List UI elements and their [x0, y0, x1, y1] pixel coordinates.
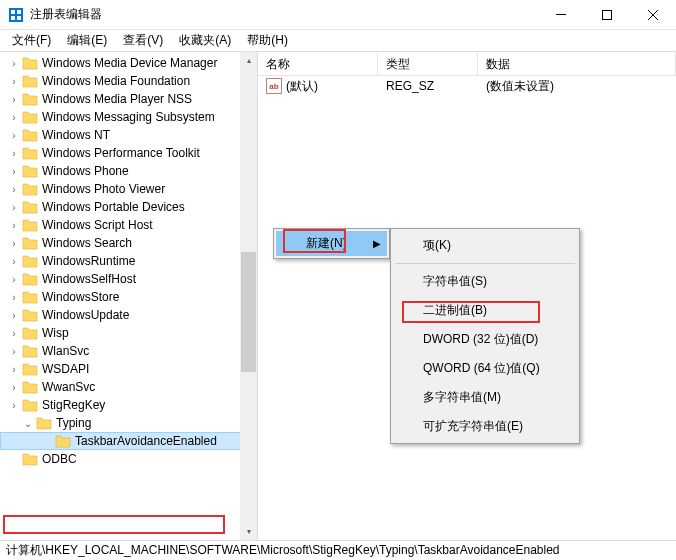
folder-icon — [22, 380, 38, 394]
folder-icon — [22, 362, 38, 376]
close-button[interactable] — [630, 0, 676, 30]
list-row[interactable]: ab (默认) REG_SZ (数值未设置) — [258, 76, 676, 96]
menu-favorites[interactable]: 收藏夹(A) — [171, 30, 239, 51]
menu-file[interactable]: 文件(F) — [4, 30, 59, 51]
tree-item[interactable]: ›WindowsStore — [0, 288, 257, 306]
tree-item[interactable]: ›WwanSvc — [0, 378, 257, 396]
folder-icon — [55, 434, 71, 448]
expand-icon[interactable]: › — [8, 184, 20, 195]
folder-icon — [22, 236, 38, 250]
expand-icon[interactable]: › — [8, 166, 20, 177]
tree-item[interactable]: ›Windows Photo Viewer — [0, 180, 257, 198]
tree-item-label: WindowsUpdate — [42, 308, 129, 322]
expand-icon[interactable]: › — [8, 58, 20, 69]
expand-icon[interactable]: › — [8, 148, 20, 159]
menu-edit[interactable]: 编辑(E) — [59, 30, 115, 51]
tree-item[interactable]: ›StigRegKey — [0, 396, 257, 414]
tree-item[interactable]: ›Windows Portable Devices — [0, 198, 257, 216]
submenu-dword[interactable]: DWORD (32 位)值(D) — [393, 325, 577, 354]
submenu-multi-string[interactable]: 多字符串值(M) — [393, 383, 577, 412]
expand-icon[interactable]: › — [8, 346, 20, 357]
list-header: 名称 类型 数据 — [258, 52, 676, 76]
folder-icon — [22, 56, 38, 70]
tree-item[interactable]: ›Windows NT — [0, 126, 257, 144]
col-type[interactable]: 类型 — [378, 52, 478, 75]
tree-item-label: Windows Media Player NSS — [42, 92, 192, 106]
tree-item[interactable]: ›Windows Search — [0, 234, 257, 252]
submenu-string[interactable]: 字符串值(S) — [393, 267, 577, 296]
submenu-binary[interactable]: 二进制值(B) — [393, 296, 577, 325]
expand-icon[interactable]: › — [8, 364, 20, 375]
expand-icon[interactable]: › — [8, 382, 20, 393]
expand-icon[interactable]: › — [8, 94, 20, 105]
content-area: ›Windows Media Device Manager›Windows Me… — [0, 52, 676, 540]
tree-scrollbar[interactable]: ▴ ▾ — [240, 52, 257, 540]
expand-icon[interactable]: › — [8, 274, 20, 285]
expand-icon[interactable]: › — [8, 112, 20, 123]
tree-item[interactable]: ›Windows Media Player NSS — [0, 90, 257, 108]
tree-item-label: Windows Media Foundation — [42, 74, 190, 88]
expand-icon[interactable]: › — [8, 76, 20, 87]
expand-icon[interactable]: › — [8, 256, 20, 267]
folder-icon — [22, 326, 38, 340]
folder-icon — [22, 218, 38, 232]
tree-item-label: Windows Portable Devices — [42, 200, 185, 214]
folder-icon — [22, 398, 38, 412]
tree-item[interactable]: ›WSDAPI — [0, 360, 257, 378]
context-menu-new[interactable]: 新建(N) ▶ — [276, 231, 387, 256]
tree-item[interactable]: ›Wisp — [0, 324, 257, 342]
expand-icon[interactable]: › — [8, 202, 20, 213]
tree-item[interactable]: ›Windows Script Host — [0, 216, 257, 234]
tree-item[interactable]: ›Windows Media Foundation — [0, 72, 257, 90]
minimize-button[interactable] — [538, 0, 584, 30]
expand-icon[interactable]: › — [8, 292, 20, 303]
tree-item-label: ODBC — [42, 452, 77, 466]
scroll-up-button[interactable]: ▴ — [240, 52, 257, 69]
scroll-thumb[interactable] — [241, 252, 256, 372]
expand-icon[interactable]: › — [8, 328, 20, 339]
window-controls — [538, 0, 676, 30]
col-name[interactable]: 名称 — [258, 52, 378, 75]
submenu-expand-string[interactable]: 可扩充字符串值(E) — [393, 412, 577, 441]
collapse-icon[interactable]: ⌄ — [22, 418, 34, 429]
folder-icon — [22, 182, 38, 196]
chevron-right-icon: ▶ — [373, 238, 381, 249]
expand-icon[interactable]: › — [8, 310, 20, 321]
tree-item[interactable]: ›WlanSvc — [0, 342, 257, 360]
menu-help[interactable]: 帮助(H) — [239, 30, 296, 51]
tree-item[interactable]: ›Windows Media Device Manager — [0, 54, 257, 72]
tree-item[interactable]: ›WindowsSelfHost — [0, 270, 257, 288]
col-data[interactable]: 数据 — [478, 52, 676, 75]
tree-item-label: WlanSvc — [42, 344, 89, 358]
tree-item[interactable]: ODBC — [0, 450, 257, 468]
cell-type: REG_SZ — [378, 77, 478, 95]
tree-item[interactable]: ›WindowsRuntime — [0, 252, 257, 270]
tree-item[interactable]: ›Windows Messaging Subsystem — [0, 108, 257, 126]
tree-item[interactable]: TaskbarAvoidanceEnabled — [0, 432, 257, 450]
svg-rect-6 — [603, 10, 612, 19]
expand-icon[interactable]: › — [8, 400, 20, 411]
tree-item-label: WindowsSelfHost — [42, 272, 136, 286]
tree-item[interactable]: ⌄Typing — [0, 414, 257, 432]
tree-item-label: WindowsRuntime — [42, 254, 135, 268]
tree-item-label: Windows Phone — [42, 164, 129, 178]
expand-icon[interactable]: › — [8, 220, 20, 231]
folder-icon — [22, 200, 38, 214]
expand-icon[interactable]: › — [8, 130, 20, 141]
registry-tree[interactable]: ›Windows Media Device Manager›Windows Me… — [0, 52, 257, 470]
submenu-key[interactable]: 项(K) — [393, 231, 577, 260]
value-name: (默认) — [286, 78, 318, 95]
tree-item-label: Typing — [56, 416, 91, 430]
values-panel: 名称 类型 数据 ab (默认) REG_SZ (数值未设置) 新建(N) ▶ … — [258, 52, 676, 540]
scroll-down-button[interactable]: ▾ — [240, 523, 257, 540]
tree-item[interactable]: ›Windows Phone — [0, 162, 257, 180]
titlebar: 注册表编辑器 — [0, 0, 676, 30]
expand-icon[interactable]: › — [8, 238, 20, 249]
submenu-qword[interactable]: QWORD (64 位)值(Q) — [393, 354, 577, 383]
tree-item[interactable]: ›Windows Performance Toolkit — [0, 144, 257, 162]
svg-rect-3 — [11, 16, 15, 20]
tree-item[interactable]: ›WindowsUpdate — [0, 306, 257, 324]
tree-item-label: Windows Search — [42, 236, 132, 250]
maximize-button[interactable] — [584, 0, 630, 30]
menu-view[interactable]: 查看(V) — [115, 30, 171, 51]
